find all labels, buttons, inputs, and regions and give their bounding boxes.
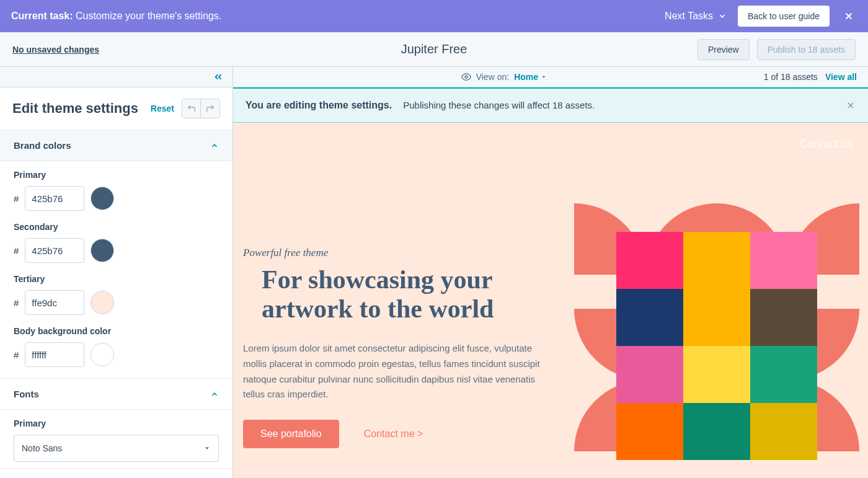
undo-icon[interactable] <box>182 99 201 118</box>
product-thumbnail <box>683 346 750 403</box>
section-brand-colors-title: Brand colors <box>14 140 71 151</box>
header-actions: Preview Publish to 18 assets <box>698 39 856 60</box>
close-banner-icon[interactable] <box>846 100 856 110</box>
product-thumbnail <box>616 403 683 460</box>
preview-toolbar: View on: Home 1 of 18 assets View all <box>233 67 868 87</box>
primary-color-input[interactable] <box>25 186 84 211</box>
product-thumbnail <box>750 346 817 403</box>
caret-down-icon <box>203 445 211 452</box>
svg-marker-2 <box>205 448 209 450</box>
assets-count: 1 of 18 assets <box>764 72 818 82</box>
next-tasks-dropdown[interactable]: Next Tasks <box>665 11 727 22</box>
undo-redo-group <box>182 99 220 118</box>
eye-icon <box>461 72 471 82</box>
product-thumbnail <box>750 232 817 289</box>
font-primary-label: Primary <box>14 418 219 428</box>
section-fonts-header[interactable]: Fonts <box>0 379 232 410</box>
product-thumbnail <box>683 232 750 289</box>
publish-button: Publish to 18 assets <box>757 39 856 60</box>
tertiary-color-swatch[interactable] <box>91 291 114 314</box>
hero-section: Powerful free theme For showcasing your … <box>243 247 553 448</box>
chevron-up-icon <box>210 141 219 150</box>
hash-prefix: # <box>14 298 19 308</box>
primary-color-label: Primary <box>14 170 219 180</box>
editing-banner: You are editing theme settings. Publishi… <box>233 87 868 123</box>
panel-header-actions: Reset <box>151 99 220 118</box>
reset-link[interactable]: Reset <box>151 104 174 113</box>
field-secondary-color: Secondary # <box>14 222 219 263</box>
hero-body-text: Lorem ipsum dolor sit amet consectetur a… <box>243 341 553 402</box>
sidebar-collapse-row <box>0 67 232 87</box>
field-primary-color: Primary # <box>14 170 219 211</box>
editing-banner-text: You are editing theme settings. Publishi… <box>246 100 595 111</box>
body-bg-color-input[interactable] <box>25 342 84 367</box>
hash-prefix: # <box>14 246 19 256</box>
product-thumbnail <box>616 346 683 403</box>
view-on-page-dropdown[interactable]: Home <box>514 72 547 82</box>
current-task-text: Customize your theme's settings. <box>76 11 221 21</box>
secondary-color-swatch[interactable] <box>91 239 114 262</box>
editing-banner-title: You are editing theme settings. <box>246 100 392 111</box>
redo-icon[interactable] <box>201 99 219 118</box>
section-brand-colors-body: Primary # Secondary # Tertiary # <box>0 161 232 379</box>
hero-eyebrow: Powerful free theme <box>243 247 553 259</box>
hash-prefix: # <box>14 350 19 360</box>
chevron-up-icon <box>210 390 219 399</box>
font-primary-value: Noto Sans <box>22 443 62 453</box>
hero-headline: For showcasing your artwork to the world <box>262 265 553 324</box>
svg-marker-4 <box>542 76 546 78</box>
collapse-sidebar-icon[interactable] <box>213 71 224 82</box>
panel-title: Edit theme settings <box>12 100 138 117</box>
assets-info: 1 of 18 assets View all <box>764 72 857 82</box>
task-bar: Current task: Customize your theme's set… <box>0 0 868 32</box>
view-on-selector: View on: Home <box>461 72 547 82</box>
see-portfolio-button[interactable]: See portafolio <box>243 420 339 448</box>
tertiary-color-input[interactable] <box>25 290 84 315</box>
section-fonts-title: Fonts <box>14 389 39 399</box>
settings-sidebar: Edit theme settings Reset Brand colors <box>0 67 233 478</box>
body-bg-color-label: Body background color <box>14 326 219 336</box>
product-thumbnail <box>750 289 817 346</box>
font-primary-select[interactable]: Noto Sans <box>14 435 219 462</box>
view-on-page-value: Home <box>514 72 538 82</box>
editor-header: No unsaved changes Jupiter Free Preview … <box>0 32 868 67</box>
body-bg-color-swatch[interactable] <box>91 343 114 366</box>
current-task-label: Current task: <box>11 11 73 21</box>
section-fonts-body: Primary Noto Sans <box>0 410 232 469</box>
contact-me-link[interactable]: Contact me > <box>364 428 423 440</box>
hero-actions: See portafolio Contact me > <box>243 420 553 448</box>
contact-us-link[interactable]: Contact us <box>800 138 853 151</box>
preview-canvas: Contact us Powerful free theme For showc… <box>233 123 868 478</box>
primary-color-swatch[interactable] <box>91 187 114 210</box>
preview-area: View on: Home 1 of 18 assets View all Yo… <box>233 67 868 478</box>
back-to-guide-button[interactable]: Back to user guide <box>738 6 830 27</box>
unsaved-changes-status[interactable]: No unsaved changes <box>12 45 99 55</box>
product-image-grid <box>616 232 817 460</box>
view-all-link[interactable]: View all <box>825 72 857 82</box>
product-thumbnail <box>616 289 683 346</box>
page-title: Jupiter Free <box>401 42 467 56</box>
section-brand-colors-header[interactable]: Brand colors <box>0 130 232 161</box>
field-tertiary-color: Tertiary # <box>14 274 219 315</box>
secondary-color-label: Secondary <box>14 222 219 232</box>
main-layout: Edit theme settings Reset Brand colors <box>0 67 868 478</box>
hero-art-grid <box>574 203 859 478</box>
svg-point-3 <box>465 76 467 78</box>
editing-banner-subtitle: Publishing these changes will affect 18 … <box>403 100 595 110</box>
panel-header: Edit theme settings Reset <box>0 87 232 130</box>
product-thumbnail <box>750 403 817 460</box>
field-body-bg-color: Body background color # <box>14 326 219 367</box>
current-task: Current task: Customize your theme's set… <box>11 11 221 22</box>
task-bar-actions: Next Tasks Back to user guide <box>665 6 857 27</box>
hash-prefix: # <box>14 193 19 204</box>
chevron-down-icon <box>718 12 727 20</box>
secondary-color-input[interactable] <box>25 238 84 263</box>
preview-button[interactable]: Preview <box>698 39 750 60</box>
close-icon[interactable] <box>841 11 857 22</box>
product-thumbnail <box>683 403 750 460</box>
next-tasks-label: Next Tasks <box>665 11 713 22</box>
view-on-label: View on: <box>476 72 509 82</box>
product-thumbnail <box>616 232 683 289</box>
tertiary-color-label: Tertiary <box>14 274 219 284</box>
product-thumbnail <box>683 289 750 346</box>
